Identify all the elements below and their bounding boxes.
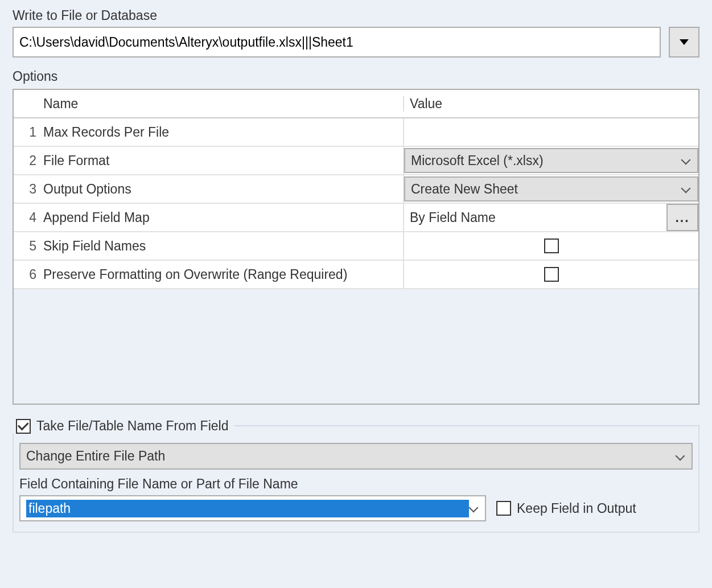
option-row-output-options: 3 Output Options Create New Sheet <box>14 175 698 204</box>
chevron-down-icon <box>469 503 479 513</box>
caret-down-icon <box>680 39 689 45</box>
col-header-name: Name <box>40 96 404 112</box>
option-row-append-field-map: 4 Append Field Map By Field Name ... <box>14 204 698 232</box>
append-field-map-browse-button[interactable]: ... <box>666 204 698 231</box>
append-field-map-value[interactable]: By Field Name <box>404 204 663 231</box>
output-options-dropdown[interactable]: Create New Sheet <box>404 176 698 202</box>
take-from-field-label: Take File/Table Name From Field <box>36 418 228 434</box>
options-grid-header: Name Value <box>14 90 698 118</box>
option-name: Preserve Formatting on Overwrite (Range … <box>40 261 404 288</box>
path-mode-value: Change Entire File Path <box>26 449 676 464</box>
take-from-field-checkbox[interactable] <box>16 419 31 434</box>
file-format-value: Microsoft Excel (*.xlsx) <box>411 153 681 168</box>
skip-field-names-checkbox[interactable] <box>544 239 559 253</box>
keep-field-label: Keep Field in Output <box>517 501 636 516</box>
connection-dropdown-button[interactable] <box>669 27 699 57</box>
row-number: 3 <box>14 175 40 203</box>
option-name: Max Records Per File <box>40 118 404 146</box>
row-number: 2 <box>14 147 40 174</box>
col-header-value: Value <box>404 96 698 112</box>
output-options-value: Create New Sheet <box>411 182 681 197</box>
option-value-max-records[interactable] <box>404 118 698 146</box>
row-number: 1 <box>14 118 40 146</box>
option-name: Skip Field Names <box>40 232 404 260</box>
chevron-down-icon <box>681 155 692 166</box>
chevron-down-icon <box>676 451 686 462</box>
row-number: 5 <box>14 232 40 260</box>
option-row-skip-field-names: 5 Skip Field Names <box>14 232 698 261</box>
path-mode-dropdown[interactable]: Change Entire File Path <box>19 443 693 470</box>
options-grid: Name Value 1 Max Records Per File 2 File… <box>13 89 699 405</box>
options-label: Options <box>13 69 699 84</box>
file-format-dropdown[interactable]: Microsoft Excel (*.xlsx) <box>404 148 698 173</box>
field-name-value: filepath <box>26 500 469 517</box>
option-name: Append Field Map <box>40 204 404 231</box>
field-name-select[interactable]: filepath <box>19 495 486 521</box>
preserve-formatting-checkbox[interactable] <box>544 267 559 282</box>
take-from-field-group: Take File/Table Name From Field Change E… <box>13 417 699 533</box>
field-name-sub-label: Field Containing File Name or Part of Fi… <box>19 476 693 492</box>
keep-field-checkbox[interactable] <box>496 501 511 516</box>
connection-input[interactable] <box>13 27 661 57</box>
chevron-down-icon <box>681 184 692 194</box>
option-row-max-records: 1 Max Records Per File <box>14 118 698 147</box>
row-number: 6 <box>14 261 40 288</box>
option-name: Output Options <box>40 175 404 203</box>
output-config-panel: Write to File or Database Options Name V… <box>0 0 712 556</box>
option-row-preserve-formatting: 6 Preserve Formatting on Overwrite (Rang… <box>14 261 698 289</box>
option-row-file-format: 2 File Format Microsoft Excel (*.xlsx) <box>14 147 698 175</box>
row-number: 4 <box>14 204 40 231</box>
write-to-label: Write to File or Database <box>13 8 699 23</box>
connection-row <box>13 27 699 57</box>
option-name: File Format <box>40 147 404 174</box>
